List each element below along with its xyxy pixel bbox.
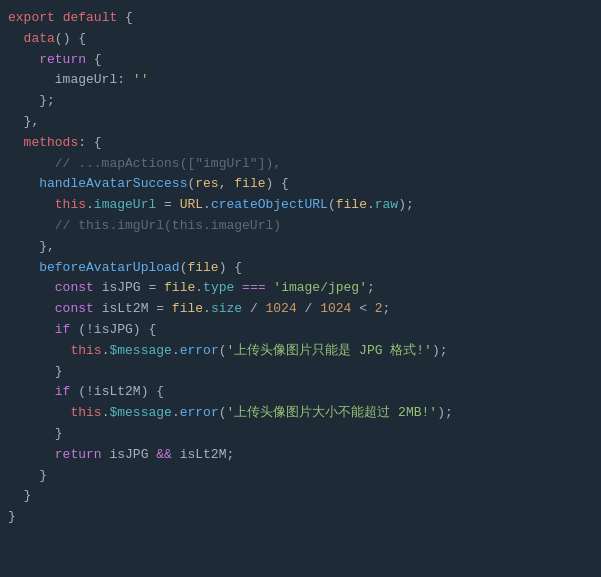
- code-token: (: [219, 403, 227, 424]
- code-token: [8, 174, 39, 195]
- code-token: (: [187, 174, 195, 195]
- code-token: (!isJPG) {: [70, 320, 156, 341]
- code-token: );: [437, 403, 453, 424]
- code-token: ;: [367, 278, 375, 299]
- code-line: },: [0, 112, 601, 133]
- code-token: methods: [24, 133, 79, 154]
- code-line: this.imageUrl = URL.createObjectURL(file…: [0, 195, 601, 216]
- code-token: : {: [78, 133, 101, 154]
- code-token: (!isLt2M) {: [70, 382, 164, 403]
- code-token: [8, 112, 24, 133]
- code-token: [8, 445, 55, 466]
- code-token: }: [55, 362, 63, 383]
- code-line: data() {: [0, 29, 601, 50]
- code-line: return isJPG && isLt2M;: [0, 445, 601, 466]
- code-token: }: [24, 486, 32, 507]
- code-token: raw: [375, 195, 398, 216]
- code-token: .: [172, 403, 180, 424]
- code-token: [8, 91, 39, 112]
- code-token: file: [164, 278, 195, 299]
- code-token: '': [133, 70, 149, 91]
- code-token: [8, 486, 24, 507]
- code-token: [8, 50, 39, 71]
- code-token: },: [39, 237, 55, 258]
- code-line: beforeAvatarUpload(file) {: [0, 258, 601, 279]
- code-line: const isLt2M = file.size / 1024 / 1024 <…: [0, 299, 601, 320]
- code-token: .: [172, 341, 180, 362]
- code-token: [8, 154, 55, 175]
- code-token: error: [180, 341, 219, 362]
- code-token: type: [203, 278, 234, 299]
- code-token: URL: [180, 195, 203, 216]
- code-token: [8, 299, 55, 320]
- code-token: <: [351, 299, 374, 320]
- code-token: .: [203, 195, 211, 216]
- code-token: .: [195, 278, 203, 299]
- code-token: {: [86, 50, 102, 71]
- code-token: const: [55, 278, 94, 299]
- code-line: }: [0, 466, 601, 487]
- code-token: if: [55, 320, 71, 341]
- code-token: [8, 216, 55, 237]
- code-line: export default {: [0, 8, 601, 29]
- code-line: },: [0, 237, 601, 258]
- code-token: }: [55, 424, 63, 445]
- code-token: [8, 278, 55, 299]
- code-editor: export default { data() { return { image…: [0, 0, 601, 536]
- code-token: [8, 133, 24, 154]
- code-token: =: [156, 195, 179, 216]
- code-token: [266, 278, 274, 299]
- code-line: };: [0, 91, 601, 112]
- code-token: imageUrl: [94, 195, 156, 216]
- code-token: [8, 424, 55, 445]
- code-token: [8, 362, 55, 383]
- code-token: isJPG =: [94, 278, 164, 299]
- code-token: ===: [242, 278, 265, 299]
- code-line: this.$message.error('上传头像图片大小不能超过 2MB!')…: [0, 403, 601, 424]
- code-token: file: [172, 299, 203, 320]
- code-token: // ...mapActions(["imgUrl"]),: [55, 154, 281, 175]
- code-token: this: [70, 341, 101, 362]
- code-token: }: [8, 507, 16, 528]
- code-token: [55, 8, 63, 29]
- code-line: }: [0, 424, 601, 445]
- code-token: return: [55, 445, 102, 466]
- code-token: .: [86, 195, 94, 216]
- code-line: this.$message.error('上传头像图片只能是 JPG 格式!')…: [0, 341, 601, 362]
- code-token: $message: [109, 341, 171, 362]
- code-token: (: [328, 195, 336, 216]
- code-line: // this.imgUrl(this.imageUrl): [0, 216, 601, 237]
- code-token: createObjectURL: [211, 195, 328, 216]
- code-token: '上传头像图片只能是 JPG 格式!': [227, 341, 432, 362]
- code-token: 1024: [320, 299, 351, 320]
- code-token: const: [55, 299, 94, 320]
- code-token: this: [55, 195, 86, 216]
- code-line: const isJPG = file.type === 'image/jpeg'…: [0, 278, 601, 299]
- code-line: handleAvatarSuccess(res, file) {: [0, 174, 601, 195]
- code-line: }: [0, 362, 601, 383]
- code-token: data: [24, 29, 55, 50]
- code-token: [8, 320, 55, 341]
- code-token: size: [211, 299, 242, 320]
- code-token: res: [195, 174, 218, 195]
- code-token: [8, 258, 39, 279]
- code-token: [8, 195, 55, 216]
- code-token: isLt2M;: [172, 445, 234, 466]
- code-token: /: [242, 299, 265, 320]
- code-token: isLt2M =: [94, 299, 172, 320]
- code-token: &&: [156, 445, 172, 466]
- code-token: file: [234, 174, 265, 195]
- code-token: [234, 278, 242, 299]
- code-token: (: [180, 258, 188, 279]
- code-token: handleAvatarSuccess: [39, 174, 187, 195]
- code-line: }: [0, 486, 601, 507]
- code-token: 'image/jpeg': [273, 278, 367, 299]
- code-token: this: [70, 403, 101, 424]
- code-token: // this.imgUrl(this.imageUrl): [55, 216, 281, 237]
- code-token: error: [180, 403, 219, 424]
- code-token: .: [367, 195, 375, 216]
- code-token: .: [102, 341, 110, 362]
- code-token: {: [117, 8, 133, 29]
- code-token: () {: [55, 29, 86, 50]
- code-token: ;: [383, 299, 391, 320]
